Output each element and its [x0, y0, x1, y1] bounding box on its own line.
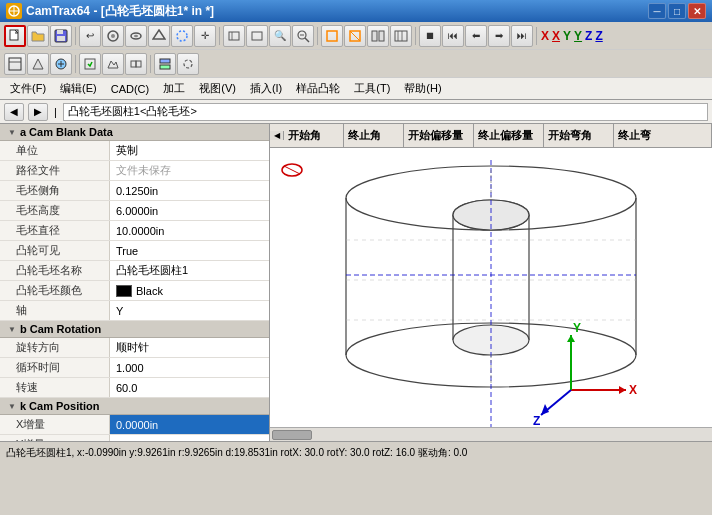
- tb2-btn1[interactable]: [4, 53, 26, 75]
- cam-btn3[interactable]: [148, 25, 170, 47]
- menu-tools[interactable]: 工具(T): [348, 79, 396, 98]
- axis-x-cross1-icon: X: [541, 29, 549, 43]
- tb2-btn3[interactable]: [50, 53, 72, 75]
- prop-value-camname[interactable]: 凸轮毛坯圆柱1: [110, 261, 269, 280]
- shape-btn4[interactable]: [390, 25, 412, 47]
- shape-btn1[interactable]: [321, 25, 343, 47]
- breadcrumb-path[interactable]: 凸轮毛坯圆柱1<凸轮毛坯>: [63, 103, 708, 121]
- tb2-btn5[interactable]: [102, 53, 124, 75]
- svg-rect-13: [229, 32, 239, 40]
- prop-row-rpm: 转速 60.0: [0, 378, 269, 398]
- tb2-btn8[interactable]: [177, 53, 199, 75]
- view-btn3[interactable]: 🔍: [269, 25, 291, 47]
- menu-sample-cam[interactable]: 样品凸轮: [290, 79, 346, 98]
- expand-icon: ▼: [8, 128, 16, 137]
- prop-value-path[interactable]: 文件未保存: [110, 161, 269, 180]
- table-col-start-curve: 开始弯角: [544, 124, 614, 147]
- prop-value-dir[interactable]: 顺时针: [110, 338, 269, 357]
- play-stop[interactable]: ⏹: [419, 25, 441, 47]
- play-prev[interactable]: ⬅: [465, 25, 487, 47]
- right-panel: ◀ 开始角 终止角 开始偏移量 终止偏移量 开始弯角 终止弯: [270, 124, 712, 441]
- svg-rect-35: [160, 59, 170, 63]
- group-cam-rotation[interactable]: ▼ b Cam Rotation: [0, 321, 269, 338]
- svg-rect-23: [379, 31, 384, 41]
- color-label: Black: [136, 285, 163, 297]
- pointer-btn[interactable]: ✛: [194, 25, 216, 47]
- shape-btn2[interactable]: [344, 25, 366, 47]
- svg-point-37: [184, 60, 192, 68]
- save-button[interactable]: [50, 25, 72, 47]
- close-button[interactable]: ✕: [688, 3, 706, 19]
- prop-value-cycle[interactable]: 1.000: [110, 358, 269, 377]
- prop-value-draft[interactable]: 0.1250in: [110, 181, 269, 200]
- play-next[interactable]: ➡: [488, 25, 510, 47]
- prop-name-ydelta: Y增量: [0, 435, 110, 441]
- prop-value-height[interactable]: 6.0000in: [110, 201, 269, 220]
- nav-forward-button[interactable]: ▶: [28, 103, 48, 121]
- tb2-btn7[interactable]: [154, 53, 176, 75]
- prop-value-visible[interactable]: True: [110, 241, 269, 260]
- breadcrumb-bar: ◀ ▶ | 凸轮毛坯圆柱1<凸轮毛坯>: [0, 100, 712, 124]
- toolbar-row-2: [0, 50, 712, 78]
- menu-edit[interactable]: 编辑(E): [54, 79, 103, 98]
- axis-x-under1-icon: X: [552, 29, 560, 43]
- menu-insert[interactable]: 插入(I): [244, 79, 288, 98]
- view-btn1[interactable]: [223, 25, 245, 47]
- breadcrumb-sep: |: [52, 106, 59, 118]
- prop-name-axis: 轴: [0, 301, 110, 320]
- sep3: [317, 27, 318, 45]
- menu-view[interactable]: 视图(V): [193, 79, 242, 98]
- undo-button[interactable]: ↩: [79, 25, 101, 47]
- prop-value-axis[interactable]: Y: [110, 301, 269, 320]
- cam-btn2[interactable]: [125, 25, 147, 47]
- h-scrollbar[interactable]: [270, 427, 712, 441]
- view-btn2[interactable]: [246, 25, 268, 47]
- prop-name-dir: 旋转方向: [0, 338, 110, 357]
- sep2: [219, 27, 220, 45]
- table-nav-left[interactable]: ◀: [270, 131, 284, 140]
- minimize-button[interactable]: ─: [648, 3, 666, 19]
- play-start[interactable]: ⏮: [442, 25, 464, 47]
- prop-value-ydelta[interactable]: 0.0000in: [110, 435, 269, 441]
- svg-marker-57: [567, 335, 575, 342]
- menu-file[interactable]: 文件(F): [4, 79, 52, 98]
- cam-btn1[interactable]: [102, 25, 124, 47]
- prop-value-dia[interactable]: 10.0000in: [110, 221, 269, 240]
- h-scroll-thumb[interactable]: [272, 430, 312, 440]
- svg-rect-6: [57, 36, 65, 41]
- table-col-end-angle: 终止角: [344, 124, 404, 147]
- view-btn4[interactable]: [292, 25, 314, 47]
- play-end[interactable]: ⏭: [511, 25, 533, 47]
- prop-value-unit[interactable]: 英制: [110, 141, 269, 160]
- sep5: [536, 27, 537, 45]
- cam-btn4[interactable]: [171, 25, 193, 47]
- prop-value-rpm[interactable]: 60.0: [110, 378, 269, 397]
- table-col-end-offset: 终止偏移量: [474, 124, 544, 147]
- open-button[interactable]: [27, 25, 49, 47]
- nav-back-button[interactable]: ◀: [4, 103, 24, 121]
- menu-machining[interactable]: 加工: [157, 79, 191, 98]
- prop-row-dia: 毛坯直径 10.0000in: [0, 221, 269, 241]
- prop-name-visible: 凸轮可见: [0, 241, 110, 260]
- maximize-button[interactable]: □: [668, 3, 686, 19]
- tb2-btn4[interactable]: [79, 53, 101, 75]
- expand-position-icon: ▼: [8, 402, 16, 411]
- menu-help[interactable]: 帮助(H): [398, 79, 447, 98]
- group-cam-position[interactable]: ▼ k Cam Position: [0, 398, 269, 415]
- window-controls: ─ □ ✕: [648, 3, 706, 19]
- new-button[interactable]: [4, 25, 26, 47]
- group-cam-blank[interactable]: ▼ a Cam Blank Data: [0, 124, 269, 141]
- sep1: [75, 27, 76, 45]
- prop-value-color[interactable]: Black: [110, 281, 269, 300]
- menu-cad[interactable]: CAD(C): [105, 81, 156, 97]
- prop-value-xdelta[interactable]: 0.0000in: [110, 415, 269, 434]
- svg-rect-5: [57, 30, 63, 34]
- shape-btn3[interactable]: [367, 25, 389, 47]
- status-bar: 凸轮毛坯圆柱1, x:-0.0990in y:9.9261in r:9.9265…: [0, 441, 712, 463]
- prop-name-xdelta: X增量: [0, 415, 110, 434]
- prop-name-rpm: 转速: [0, 378, 110, 397]
- tb2-btn6[interactable]: [125, 53, 147, 75]
- tb2-btn2[interactable]: [27, 53, 49, 75]
- 3d-viewport[interactable]: X Y Z: [270, 148, 712, 441]
- axis-y-under1-icon: Y: [574, 29, 582, 43]
